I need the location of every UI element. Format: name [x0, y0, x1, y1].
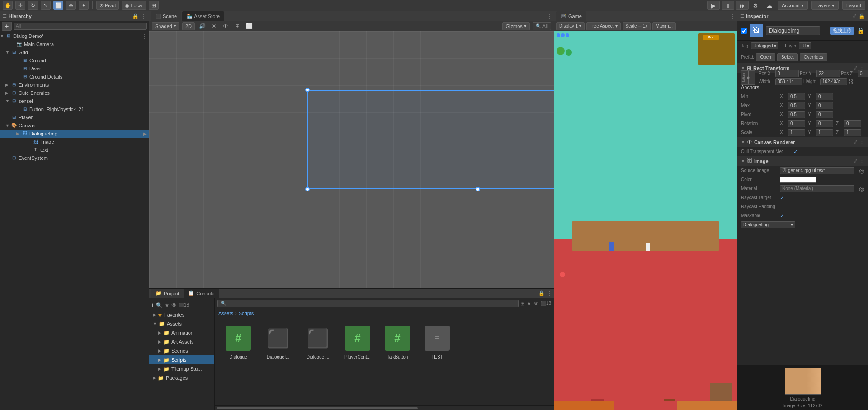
canvas-expand-icon[interactable]: ⤢ — [854, 139, 858, 145]
tree-item-sensei[interactable]: ▼ ⊞ sensei — [0, 97, 149, 105]
canvas-renderer-header[interactable]: ▼ 👁 Canvas Renderer ⤢ ⋮ — [737, 137, 868, 147]
tree-item-text[interactable]: T text — [0, 146, 149, 154]
sidebar-item-packages[interactable]: ▶ 📁 Packages — [149, 373, 214, 382]
object-active-checkbox[interactable] — [741, 28, 747, 34]
maximize-btn[interactable]: Maxim... — [652, 22, 676, 30]
inspector-object-lock-icon[interactable]: 🔒 — [857, 27, 864, 34]
game-tab[interactable]: 🎮 Game — [556, 11, 586, 21]
object-name-input[interactable] — [766, 26, 820, 35]
scene-hidden-icon[interactable]: 👁 — [221, 22, 230, 30]
project-file-search-input[interactable]: 🔍 — [217, 300, 519, 307]
project-search-icon[interactable]: 🔍 — [156, 302, 163, 308]
file-item-talkbutton[interactable]: # TalkButton — [379, 324, 415, 359]
anchor-max-y-input[interactable] — [816, 102, 833, 109]
handle-top-left[interactable] — [305, 88, 310, 92]
handle-bottom-left[interactable] — [305, 187, 310, 191]
pivot-button[interactable]: ⊙ Pivot — [96, 1, 119, 10]
rot-x-input[interactable] — [788, 120, 805, 127]
sidebar-item-scenes[interactable]: ▶ 📁 Scenes — [149, 346, 214, 355]
tree-item-main-camera[interactable]: 📷 Main Camera — [0, 40, 149, 48]
local-button[interactable]: ◉ Local — [122, 1, 146, 10]
project-filter-icon[interactable]: ⊞ — [520, 300, 525, 307]
scale-control[interactable]: Scale ─ 1x — [623, 22, 651, 30]
project-eye2-icon[interactable]: 👁 — [533, 300, 539, 307]
tree-item-player[interactable]: ⊞ Player — [0, 113, 149, 121]
pivot-x-input[interactable] — [788, 111, 805, 118]
tree-item-environments[interactable]: ▶ ⊞ Environments — [0, 81, 149, 89]
scene-search-input[interactable]: 🔍 All — [533, 22, 551, 30]
pos-x-input[interactable] — [775, 70, 799, 77]
hierarchy-search-input[interactable] — [14, 23, 147, 30]
scene-audio-icon[interactable]: 🔊 — [198, 22, 207, 30]
source-image-field[interactable]: 🖼 generic-rpg-ui-text — [780, 167, 854, 174]
file-item-dialogue-blue[interactable]: ⬛ DialogueI... — [260, 324, 296, 359]
asset-store-tab[interactable]: 🏪 Asset Store — [182, 11, 224, 21]
sidebar-item-scripts[interactable]: ▶ 📁 Scripts — [149, 355, 214, 364]
tree-item-grid[interactable]: ▼ ⊞ Grid — [0, 48, 149, 56]
layout-dropdown[interactable]: Layout — [842, 1, 865, 10]
tree-item-ground[interactable]: ⊞ Ground — [0, 56, 149, 65]
display-dropdown[interactable]: Display 1 ▾ — [556, 22, 585, 30]
project-eye-icon[interactable]: 👁 — [171, 302, 177, 308]
pos-z-input[interactable] — [858, 70, 868, 77]
tree-item-image[interactable]: 🖼 Image — [0, 138, 149, 146]
dialogueimg-type-dropdown[interactable]: DialogueImg ▾ — [741, 221, 795, 228]
hierarchy-lock-icon[interactable]: 🔒 — [132, 13, 139, 19]
step-button[interactable]: ⏭ — [736, 1, 749, 10]
project-scrollbar[interactable] — [215, 405, 554, 410]
shaded-dropdown[interactable]: Shaded ▾ — [152, 22, 179, 30]
image-options-icon[interactable]: ⋮ — [859, 158, 864, 164]
overrides-button[interactable]: Overrides — [800, 53, 827, 61]
breadcrumb-scripts-link[interactable]: Scripts — [239, 311, 254, 316]
grid-button[interactable]: ⊞ — [149, 1, 159, 10]
project-kebab-button[interactable]: ⋮ — [547, 290, 552, 297]
hierarchy-kebab-button[interactable]: ⋮ — [141, 13, 146, 19]
width-input[interactable] — [775, 78, 802, 85]
vcs-icon-btn[interactable]: ⚙ — [750, 1, 760, 10]
sidebar-item-favorites[interactable]: ▶ ★ Favorites — [149, 310, 214, 319]
inspector-lock-icon[interactable]: 🔒 — [859, 13, 865, 19]
project-fav-icon[interactable]: ★ — [165, 302, 170, 308]
sidebar-item-art-assets[interactable]: ▶ 📁 Art Assets — [149, 337, 214, 346]
file-item-test[interactable]: ≡ TEST — [419, 324, 455, 359]
console-tab[interactable]: 📋 Console — [184, 289, 219, 298]
move-tool-button[interactable]: ✛ — [15, 1, 25, 10]
anchor-min-x-input[interactable] — [788, 93, 805, 100]
scale-tool-button[interactable]: ⤡ — [41, 1, 51, 10]
tree-item-canvas[interactable]: ▼ 🎨 Canvas — [0, 121, 149, 130]
scene-view[interactable]: ✛ — [149, 31, 554, 288]
scene-tab[interactable]: ⬛ Scene — [151, 11, 181, 21]
file-item-dialogue[interactable]: # Dialogue — [220, 324, 256, 359]
pause-button[interactable]: ⏸ — [722, 1, 734, 10]
breadcrumb-assets-link[interactable]: Assets — [218, 311, 233, 316]
handle-bottom-center[interactable] — [476, 187, 480, 191]
select-button[interactable]: Select — [777, 53, 798, 61]
rot-y-input[interactable] — [816, 120, 833, 127]
custom-tool-button[interactable]: ✦ — [79, 1, 89, 10]
scene-options-icon[interactable]: ⋮ — [547, 13, 552, 19]
scene-nav-icon[interactable]: ⬜ — [245, 22, 254, 30]
pivot-y-input[interactable] — [816, 111, 833, 118]
scale-z-input[interactable] — [844, 129, 861, 136]
canvas-options-icon[interactable]: ⋮ — [859, 139, 864, 145]
gizmos-dropdown[interactable]: Gizmos ▾ — [502, 22, 529, 30]
tree-item-ground-details[interactable]: ⊞ Ground Details — [0, 73, 149, 81]
file-item-playercont[interactable]: # PlayerCont... — [340, 324, 376, 359]
layer-dropdown[interactable]: UI ▾ — [799, 42, 811, 49]
file-item-dialogue-cyan[interactable]: ⬛ DialogueI... — [300, 324, 336, 359]
sidebar-item-assets[interactable]: ▼ 📁 Assets — [149, 319, 214, 328]
rotate-tool-button[interactable]: ↻ — [28, 1, 38, 10]
play-button[interactable]: ▶ — [707, 1, 720, 10]
height-input[interactable] — [820, 78, 847, 85]
project-tab[interactable]: 📁 Project — [151, 289, 184, 298]
project-lock-icon[interactable]: 🔒 — [538, 290, 545, 296]
image-expand-icon[interactable]: ⤢ — [854, 158, 858, 164]
inspector-maximize-icon[interactable]: ⤢ — [853, 13, 857, 19]
scrollbar-thumb[interactable] — [217, 407, 418, 409]
account-dropdown[interactable]: Account ▾ — [778, 1, 808, 10]
tree-options-icon[interactable]: ⋮ — [142, 33, 147, 39]
open-button[interactable]: Open — [756, 53, 775, 61]
scale-y-input[interactable] — [816, 129, 833, 136]
tree-item-river[interactable]: ⊞ River — [0, 65, 149, 73]
tree-item-button-right-joystick[interactable]: ⊞ Button_RightJoystick_21 — [0, 105, 149, 113]
